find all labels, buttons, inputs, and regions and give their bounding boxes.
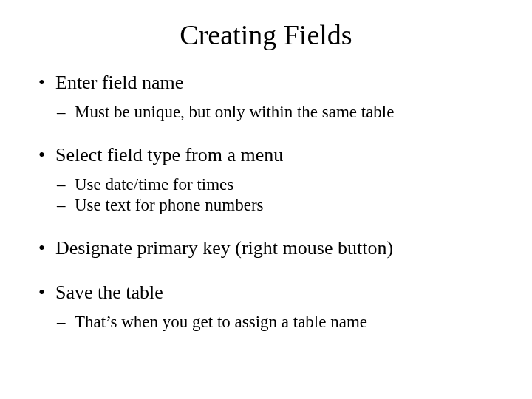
sub-bullet-list: Use date/time for times Use text for pho…: [55, 175, 495, 215]
slide: Creating Fields Enter field name Must be…: [0, 0, 532, 399]
list-item: Save the table That’s when you get to as…: [37, 282, 495, 332]
bullet-text: Select field type from a menu: [55, 144, 283, 166]
list-item: Use date/time for times: [55, 175, 495, 194]
bullet-list: Enter field name Must be unique, but onl…: [37, 72, 495, 332]
bullet-text: Save the table: [55, 282, 163, 303]
slide-title: Creating Fields: [37, 18, 495, 51]
sub-bullet-text: Use date/time for times: [75, 175, 233, 194]
list-item: Designate primary key (right mouse butto…: [37, 237, 495, 259]
sub-bullet-text: Use text for phone numbers: [75, 196, 264, 214]
bullet-text: Enter field name: [55, 72, 183, 93]
list-item: That’s when you get to assign a table na…: [55, 313, 495, 332]
list-item: Enter field name Must be unique, but onl…: [37, 72, 495, 122]
sub-bullet-text: That’s when you get to assign a table na…: [75, 313, 367, 331]
sub-bullet-list: Must be unique, but only within the same…: [55, 103, 495, 122]
list-item: Select field type from a menu Use date/t…: [37, 144, 495, 215]
bullet-text: Designate primary key (right mouse butto…: [55, 237, 393, 259]
sub-bullet-text: Must be unique, but only within the same…: [75, 103, 394, 121]
list-item: Must be unique, but only within the same…: [55, 103, 495, 122]
sub-bullet-list: That’s when you get to assign a table na…: [55, 313, 495, 332]
list-item: Use text for phone numbers: [55, 196, 495, 215]
